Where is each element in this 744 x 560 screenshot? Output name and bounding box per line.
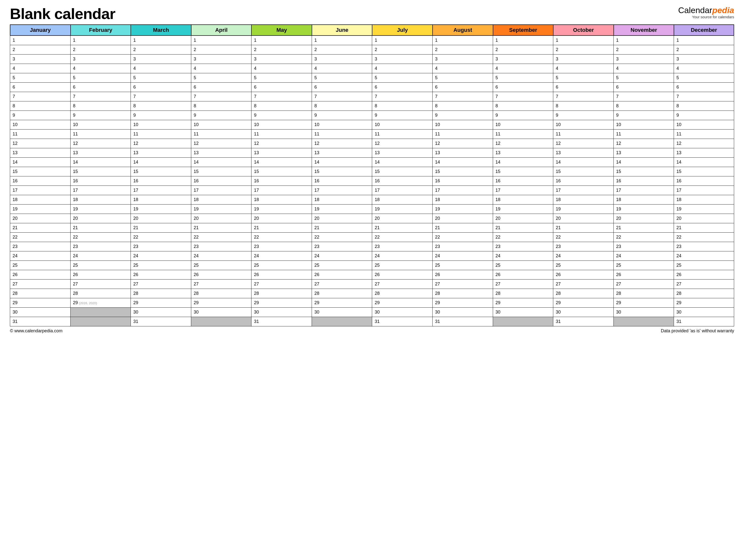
day-cell: 27 [674,279,734,289]
calendar-row: 888888888888 [10,101,734,111]
day-cell: 9 [70,111,131,120]
month-header: July [372,25,432,36]
day-cell: 24 [251,251,312,261]
day-cell: 22 [674,233,734,242]
day-cell: 28 [613,289,674,298]
day-cell: 24 [613,251,674,261]
day-cell: 24 [70,251,131,261]
day-cell: 24 [312,251,372,261]
day-cell: 25 [372,261,432,270]
day-cell: 28 [553,289,613,298]
day-cell: 4 [10,64,70,73]
day-cell: 6 [312,83,372,92]
day-cell: 18 [312,195,372,204]
day-cell: 29 [372,298,432,308]
calendar-row: 161616161616161616161616 [10,176,734,186]
day-cell: 2 [70,45,131,54]
day-cell: 12 [191,139,252,148]
day-cell: 23 [493,242,553,251]
day-cell: 10 [432,120,493,129]
day-cell: 17 [613,186,674,195]
day-cell: 21 [553,223,613,233]
day-cell: 21 [191,223,252,233]
day-cell: 16 [674,176,734,186]
calendar-row: 272727272727272727272727 [10,279,734,289]
day-cell: 5 [70,73,131,83]
day-cell: 28 [131,289,191,298]
brand-prefix: Calendar [678,5,712,15]
day-cell: 14 [372,158,432,167]
day-cell: 30 [432,308,493,317]
month-header: April [191,25,252,36]
day-cell: 25 [131,261,191,270]
day-cell: 6 [493,83,553,92]
day-cell: 7 [312,92,372,101]
day-cell: 30 [674,308,734,317]
day-cell: 15 [251,167,312,176]
day-cell: 1 [191,36,252,45]
day-cell: 22 [372,233,432,242]
day-cell: 23 [191,242,252,251]
day-cell: 7 [70,92,131,101]
day-cell: 20 [70,214,131,223]
day-cell: 19 [312,204,372,214]
day-cell: 29 [493,298,553,308]
day-cell: 9 [493,111,553,120]
day-cell: 28 [372,289,432,298]
month-header: November [613,25,674,36]
day-cell: 13 [613,148,674,158]
day-cell: 4 [432,64,493,73]
day-cell: 5 [553,73,613,83]
day-cell: 27 [553,279,613,289]
day-cell: 30 [10,308,70,317]
day-cell: 22 [251,233,312,242]
day-cell: 18 [70,195,131,204]
day-cell: 15 [613,167,674,176]
day-cell: 29 [553,298,613,308]
day-cell: 23 [432,242,493,251]
day-cell: 8 [312,101,372,111]
day-cell: 5 [131,73,191,83]
day-cell: 13 [131,148,191,158]
day-cell: 31 [432,317,493,326]
day-cell: 30 [493,308,553,317]
day-cell: 24 [191,251,252,261]
day-cell: 18 [191,195,252,204]
day-cell: 26 [70,270,131,279]
day-cell: 3 [432,54,493,64]
month-header: March [131,25,191,36]
day-cell: 10 [372,120,432,129]
day-cell: 5 [10,73,70,83]
day-cell: 19 [553,204,613,214]
calendar-row: 181818181818181818181818 [10,195,734,204]
day-cell: 3 [674,54,734,64]
day-cell: 18 [372,195,432,204]
day-cell: 6 [191,83,252,92]
day-cell: 7 [191,92,252,101]
day-cell: 16 [553,176,613,186]
day-cell: 4 [493,64,553,73]
day-cell: 4 [70,64,131,73]
day-cell: 5 [312,73,372,83]
day-cell: 24 [372,251,432,261]
day-cell: 7 [10,92,70,101]
day-cell: 16 [372,176,432,186]
day-cell: 16 [251,176,312,186]
day-cell: 9 [553,111,613,120]
day-cell: 26 [312,270,372,279]
day-cell: 2 [432,45,493,54]
day-cell: 25 [312,261,372,270]
day-cell: 17 [10,186,70,195]
day-cell: 1 [372,36,432,45]
day-cell: 7 [131,92,191,101]
day-cell: 12 [372,139,432,148]
month-header: May [251,25,312,36]
day-cell: 1 [131,36,191,45]
day-cell: 11 [10,129,70,139]
day-cell: 11 [70,129,131,139]
day-cell: 17 [674,186,734,195]
day-cell: 12 [251,139,312,148]
day-cell: 23 [372,242,432,251]
day-cell: 29 [131,298,191,308]
day-cell: 9 [432,111,493,120]
